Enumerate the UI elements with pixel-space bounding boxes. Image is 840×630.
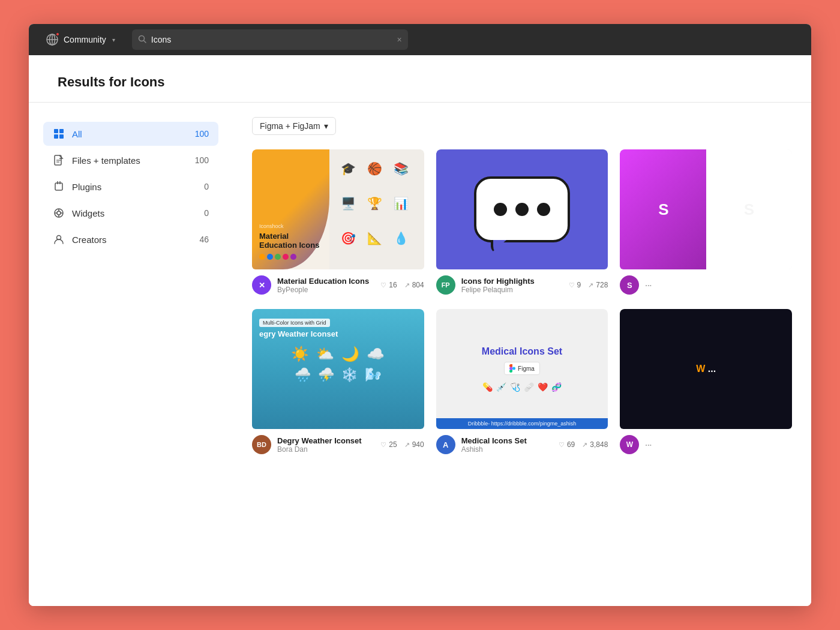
heart-icon: ♡	[380, 281, 386, 289]
card-stats-material: ♡ 16 ↗ 804	[380, 281, 424, 289]
likes-count-medical: 69	[567, 440, 575, 449]
weather-badge: Multi-Color Icons with Grid	[259, 319, 330, 327]
pill-icon: 💊	[482, 382, 493, 392]
card-stats-medical: ♡ 69 ↗ 3,848	[559, 440, 608, 449]
edu-icon-1: 🎓	[339, 159, 358, 178]
snowflake-icon: ❄️	[341, 367, 358, 383]
plugins-label: Plugins	[72, 182, 101, 192]
card-author-highlights: Felipe Pelaquim	[461, 286, 563, 294]
card-title-highlights: Icons for Highlights	[461, 277, 563, 286]
card-thumbnail-partial-bottom: W ...	[620, 309, 792, 429]
card-partial-top[interactable]: S S S ···	[620, 149, 792, 297]
heart-icon-3: ♡	[380, 441, 386, 449]
export-icon: ↗	[404, 281, 410, 289]
card-author-weather: Bora Dan	[277, 445, 374, 454]
brand-label: Iconshock	[259, 223, 322, 229]
edu-icon-6: 📊	[392, 194, 411, 213]
partial-white-text: ...	[708, 364, 716, 374]
export-icon-4: ↗	[582, 441, 587, 449]
cloudy-icon: ⛅	[316, 346, 334, 362]
card-material-education[interactable]: Iconshock Material Education Icons	[252, 149, 424, 297]
downloads-count-medical: 3,848	[590, 440, 608, 449]
avatar-highlights: FP	[436, 275, 455, 295]
svg-point-17	[57, 211, 61, 215]
cloud-rain-icon: 🌧️	[295, 367, 311, 383]
compat-dot-2	[267, 254, 273, 260]
edu-icon-9: 💧	[392, 229, 411, 248]
edu-icon-7: 🎯	[339, 229, 358, 248]
card-weather[interactable]: Multi-Color Icons with Grid egry Weather…	[252, 309, 424, 457]
file-icon	[53, 154, 65, 166]
sidebar-item-creators[interactable]: Creators 46	[43, 227, 218, 251]
card-author-medical: Ashish	[461, 445, 553, 454]
card-meta-material: Material Education Icons ByPeople	[277, 277, 374, 294]
person-icon	[53, 233, 65, 245]
partial-dark-text: W ...	[696, 363, 716, 376]
downloads-stat-material: ↗ 804	[404, 281, 424, 289]
all-count: 100	[195, 129, 209, 139]
partial-text-1: S	[658, 200, 667, 219]
stethoscope-icon: 🩺	[510, 382, 520, 392]
sidebar-item-all[interactable]: All 100	[43, 122, 218, 146]
sidebar-item-widgets[interactable]: Widgets 0	[43, 201, 218, 225]
clear-search-button[interactable]: ×	[397, 35, 402, 44]
results-header: Results for Icons	[29, 55, 811, 103]
creators-label: Creators	[72, 235, 107, 245]
results-grid: Iconshock Material Education Icons	[252, 149, 792, 457]
avatar-partial-bottom: W	[620, 435, 639, 454]
card-meta-highlights: Icons for Highlights Felipe Pelaquim	[461, 277, 563, 294]
card-stats-highlights: ♡ 9 ↗ 728	[569, 281, 608, 289]
card-author-material: ByPeople	[277, 286, 374, 294]
card-info-highlights: FP Icons for Highlights Felipe Pelaquim …	[436, 269, 608, 297]
filter-bar: Figma + FigJam ▾	[252, 117, 792, 135]
heart-icon-4: ♡	[559, 441, 565, 449]
card-info-partial: S ···	[620, 269, 792, 297]
card-meta-weather: Degry Weather Iconset Bora Dan	[277, 436, 374, 454]
all-label: All	[72, 129, 82, 139]
results-query: Icons	[130, 74, 164, 89]
bubble-dot-2	[515, 203, 529, 216]
search-bar[interactable]: Icons ×	[132, 29, 408, 50]
main-content: Results for Icons	[29, 55, 811, 606]
svg-rect-9	[59, 134, 64, 139]
figma-badge-label: Figma	[518, 365, 535, 372]
widgets-count: 0	[204, 208, 209, 218]
card-thumbnail-weather: Multi-Color Icons with Grid egry Weather…	[252, 309, 424, 429]
ai-compat-dot	[259, 254, 265, 260]
likes-count-weather: 25	[389, 440, 397, 449]
card-partial-bottom[interactable]: W ... W ···	[620, 309, 792, 457]
search-value: Icons	[151, 35, 392, 44]
grid-icon	[53, 128, 65, 140]
sidebar: All 100	[29, 103, 233, 606]
partial-text-2: S	[744, 200, 754, 219]
card-stats-weather: ♡ 25 ↗ 940	[380, 440, 424, 449]
weather-title: egry Weather Iconset	[259, 329, 417, 338]
plugin-icon	[53, 181, 65, 193]
card-meta-medical: Medical Icons Set Ashish	[461, 436, 553, 454]
bandage-icon: 🩹	[524, 382, 534, 392]
moon-cloud-icon: 🌙	[341, 346, 359, 362]
partial-white-right: S	[706, 149, 792, 269]
card-title-weather: Degry Weather Iconset	[277, 436, 374, 445]
cloudy-night-icon: ☁️	[367, 346, 385, 362]
svg-rect-7	[59, 129, 64, 133]
community-chevron-icon: ▾	[112, 37, 115, 43]
figma-figjam-filter[interactable]: Figma + FigJam ▾	[252, 117, 336, 135]
svg-rect-6	[54, 129, 58, 133]
sidebar-item-plugins[interactable]: Plugins 0	[43, 175, 218, 199]
compat-dot-5	[290, 254, 296, 260]
downloads-stat-highlights: ↗ 728	[588, 281, 608, 289]
card-medical[interactable]: Medical Icons Set Figm	[436, 309, 608, 457]
dna-icon: 🧬	[551, 382, 562, 392]
community-label: Community	[64, 35, 106, 44]
community-nav[interactable]: Community ▾	[38, 29, 122, 50]
likes-stat-material: ♡ 16	[380, 281, 397, 289]
svg-rect-8	[54, 134, 58, 139]
card-icons-highlights[interactable]: FP Icons for Highlights Felipe Pelaquim …	[436, 149, 608, 297]
medical-title-text: Medical Icons Set	[482, 346, 562, 357]
sidebar-item-files[interactable]: Files + templates 100	[43, 148, 218, 172]
medical-link-bar: Dribbble- https://dribbble.com/pingme_as…	[436, 418, 608, 429]
card-title-medical: Medical Icons Set	[461, 436, 553, 445]
files-label: Files + templates	[72, 155, 140, 166]
card-info-material: ✕ Material Education Icons ByPeople ♡ 16	[252, 269, 424, 297]
